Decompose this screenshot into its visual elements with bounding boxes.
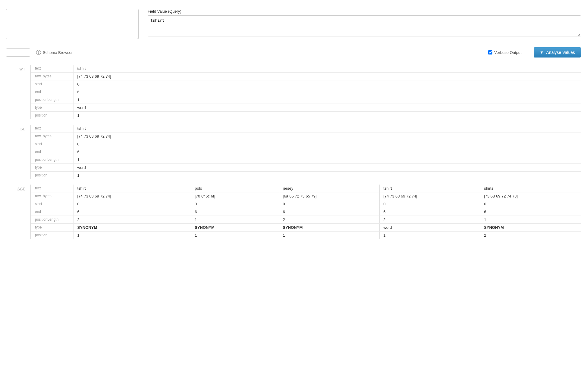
table-row: text tshirt <box>31 125 581 132</box>
field-value: 2 <box>480 232 581 239</box>
field-name: positionLength <box>31 96 74 104</box>
field-value: jersey <box>279 185 380 192</box>
field-value-input[interactable]: tshirt <box>148 15 581 36</box>
table-row: position 1 1 1 1 2 <box>31 232 581 239</box>
filter-icon: ▼ <box>540 50 544 55</box>
table-row: position 1 <box>31 172 581 179</box>
table-row: position 1 <box>31 112 581 120</box>
sgf-label: SGF <box>6 185 30 191</box>
page-container: Field Value (Query) tshirt ? Schema Brow… <box>0 0 587 392</box>
field-value: 6 <box>74 88 581 96</box>
field-value: tshirt <box>74 125 581 132</box>
field-value: 2 <box>74 216 191 224</box>
dropdown-wrap <box>6 48 30 57</box>
field-value: 2 <box>380 216 480 224</box>
results-area: WT text tshirt raw_bytes [74 73 68 69 72… <box>0 62 587 245</box>
field-value: 6 <box>279 208 380 216</box>
field-name: start <box>31 80 74 88</box>
table-row: text tshirt <box>31 65 581 73</box>
controls-row: ? Schema Browser Verbose Output ▼ Analys… <box>0 43 587 62</box>
sf-label: SF <box>6 125 30 131</box>
field-value: word <box>74 104 581 112</box>
top-section: Field Value (Query) tshirt <box>0 6 587 43</box>
field-value: tshirt <box>74 65 581 73</box>
field-value: 6 <box>380 208 480 216</box>
field-value: SYNONYM <box>480 224 581 232</box>
field-name: type <box>31 224 74 232</box>
field-value: 2 <box>279 216 380 224</box>
field-value: [6a 65 72 73 65 79] <box>279 192 380 200</box>
right-field-section: Field Value (Query) tshirt <box>148 9 581 37</box>
field-value: 6 <box>74 148 581 156</box>
table-row: start 0 <box>31 140 581 148</box>
field-value: tshirt <box>74 185 191 192</box>
field-name: start <box>31 200 74 208</box>
table-row: text tshirt polo jersey tshirt shirts <box>31 185 581 192</box>
schema-browser-label: Schema Browser <box>43 50 73 55</box>
field-name: raw_bytes <box>31 192 74 200</box>
table-row: positionLength 2 1 2 2 1 <box>31 216 581 224</box>
wt-table: text tshirt raw_bytes [74 73 68 69 72 74… <box>31 65 581 119</box>
field-value: 6 <box>74 208 191 216</box>
sgf-section: SGF text tshirt polo jersey tshirt shirt… <box>6 185 581 239</box>
table-row: type word <box>31 164 581 172</box>
field-value: 0 <box>74 80 581 88</box>
verbose-wrap: Verbose Output <box>488 50 521 55</box>
field-value: 0 <box>380 200 480 208</box>
field-value: 1 <box>74 112 581 120</box>
field-value: 0 <box>480 200 581 208</box>
analyzer-input[interactable] <box>6 9 139 39</box>
field-value: 0 <box>74 200 191 208</box>
table-row: start 0 <box>31 80 581 88</box>
field-value: SYNONYM <box>191 224 279 232</box>
table-row: raw_bytes [74 73 68 69 72 74] <box>31 73 581 80</box>
verbose-label: Verbose Output <box>494 50 521 55</box>
help-icon: ? <box>36 50 41 55</box>
schema-browser-wrap[interactable]: ? Schema Browser <box>36 50 73 55</box>
field-name: text <box>31 125 74 132</box>
field-value: 6 <box>191 208 279 216</box>
analyse-values-button[interactable]: ▼ Analyse Values <box>534 47 581 58</box>
table-row: end 6 <box>31 148 581 156</box>
field-value: 1 <box>191 216 279 224</box>
field-name: end <box>31 208 74 216</box>
table-row: raw_bytes [74 73 68 69 72 74] <box>31 132 581 140</box>
field-value: SYNONYM <box>74 224 191 232</box>
field-name: end <box>31 148 74 156</box>
field-value: 1 <box>380 232 480 239</box>
field-name: text <box>31 185 74 192</box>
verbose-checkbox[interactable] <box>488 50 492 54</box>
table-row: end 6 <box>31 88 581 96</box>
sf-table: text tshirt raw_bytes [74 73 68 69 72 74… <box>31 125 581 179</box>
field-name: positionLength <box>31 156 74 164</box>
field-name: position <box>31 172 74 179</box>
field-value: [70 6f 6c 6f] <box>191 192 279 200</box>
wt-label: WT <box>6 65 30 71</box>
field-value: [74 73 68 69 72 74] <box>74 73 581 80</box>
field-name: type <box>31 104 74 112</box>
field-value: [73 68 69 72 74 73] <box>480 192 581 200</box>
field-name: position <box>31 232 74 239</box>
field-value: 0 <box>279 200 380 208</box>
field-value: 1 <box>191 232 279 239</box>
table-row: start 0 0 0 0 0 <box>31 200 581 208</box>
field-value: word <box>74 164 581 172</box>
field-value: word <box>380 224 480 232</box>
sf-section: SF text tshirt raw_bytes [74 73 68 69 72… <box>6 125 581 179</box>
field-value: tshirt <box>380 185 480 192</box>
field-value: 0 <box>191 200 279 208</box>
analyse-button-label: Analyse Values <box>546 50 575 55</box>
field-name: raw_bytes <box>31 132 74 140</box>
field-value: 0 <box>74 140 581 148</box>
field-value: 1 <box>480 216 581 224</box>
analyzer-dropdown[interactable] <box>6 48 30 57</box>
field-value: [74 73 68 69 72 74] <box>74 192 191 200</box>
table-row: type SYNONYM SYNONYM SYNONYM word SYNONY… <box>31 224 581 232</box>
field-value: 1 <box>74 156 581 164</box>
table-row: positionLength 1 <box>31 96 581 104</box>
field-name: position <box>31 112 74 120</box>
sgf-table: text tshirt polo jersey tshirt shirts ra… <box>31 185 581 239</box>
field-value: [74 73 68 69 72 74] <box>74 132 581 140</box>
table-row: raw_bytes [74 73 68 69 72 74] [70 6f 6c … <box>31 192 581 200</box>
field-value: 1 <box>74 96 581 104</box>
